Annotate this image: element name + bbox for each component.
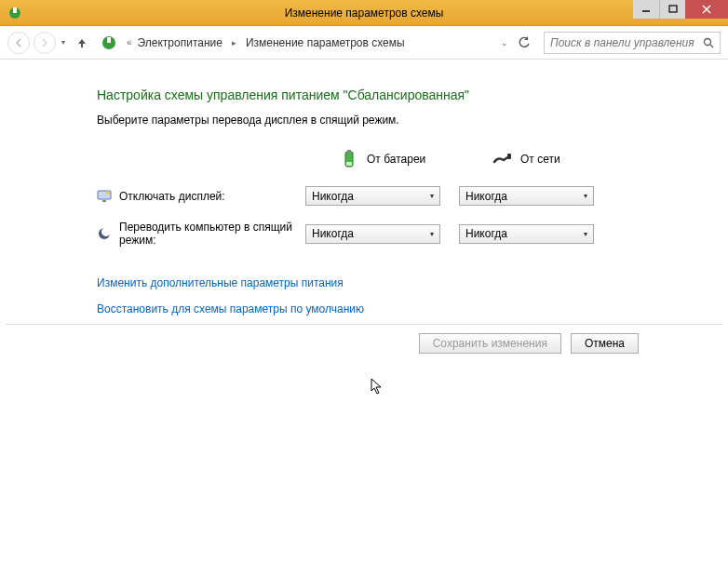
display-off-battery-select[interactable]: Никогда ▾ (305, 186, 440, 206)
column-headers: От батареи От сети (97, 149, 728, 169)
svg-rect-15 (102, 200, 106, 202)
page-subheading: Выберите параметры перевода дисплея в сп… (97, 114, 728, 127)
svg-rect-13 (507, 154, 511, 159)
svg-rect-11 (347, 150, 351, 153)
sleep-ac-select[interactable]: Никогда ▾ (459, 224, 594, 244)
history-dropdown-icon[interactable]: ▾ (60, 38, 67, 47)
sleep-label: Переводить компьютер в спящий режим: (119, 221, 305, 247)
moon-icon (97, 226, 112, 241)
breadcrumb-prefix: « (127, 37, 132, 47)
search-input[interactable] (550, 36, 703, 49)
battery-column-header: От батареи (339, 149, 492, 169)
svg-point-8 (705, 38, 711, 45)
footer-separator (6, 324, 722, 325)
plug-icon (492, 149, 513, 169)
sleep-ac-value: Никогда (465, 227, 507, 240)
display-off-row: Отключать дисплей: Никогда ▾ Никогда ▾ (97, 186, 728, 206)
monitor-icon (97, 189, 112, 204)
address-dropdown-icon[interactable]: ⌄ (501, 38, 508, 47)
cursor-icon (371, 378, 384, 395)
chevron-down-icon: ▾ (430, 230, 434, 238)
content-area: Настройка схемы управления питанием "Сба… (0, 60, 728, 315)
window-controls (633, 0, 728, 19)
save-button[interactable]: Сохранить изменения (419, 333, 561, 354)
display-off-label: Отключать дисплей: (119, 190, 305, 203)
footer-buttons: Сохранить изменения Отмена (419, 333, 639, 354)
forward-button[interactable] (34, 32, 56, 54)
back-button[interactable] (7, 32, 30, 54)
close-button[interactable] (685, 0, 728, 19)
display-off-battery-value: Никогда (312, 190, 354, 203)
up-button[interactable] (71, 37, 93, 48)
advanced-settings-link[interactable]: Изменить дополнительные параметры питани… (97, 276, 728, 289)
svg-point-18 (101, 227, 111, 236)
sleep-row: Переводить компьютер в спящий режим: Ник… (97, 221, 728, 247)
ac-column-header: От сети (492, 149, 646, 169)
refresh-button[interactable] (518, 36, 531, 49)
minimize-button[interactable] (633, 0, 659, 19)
search-icon[interactable] (703, 37, 714, 48)
display-off-ac-select[interactable]: Никогда ▾ (459, 186, 594, 206)
svg-rect-7 (107, 37, 111, 43)
svg-rect-3 (669, 6, 677, 12)
window-title: Изменение параметров схемы (285, 7, 444, 20)
breadcrumb-edit-plan[interactable]: Изменение параметров схемы (246, 36, 405, 49)
battery-column-label: От батареи (367, 153, 425, 166)
svg-rect-12 (346, 162, 352, 166)
power-options-icon (101, 34, 117, 51)
search-box[interactable] (544, 32, 721, 54)
ac-column-label: От сети (520, 153, 560, 166)
chevron-down-icon: ▾ (584, 192, 587, 200)
restore-defaults-link[interactable]: Восстановить для схемы параметры по умол… (97, 302, 728, 315)
sleep-battery-value: Никогда (312, 227, 354, 240)
svg-point-16 (106, 191, 110, 195)
page-heading: Настройка схемы управления питанием "Сба… (97, 87, 728, 102)
chevron-right-icon[interactable]: ▸ (232, 38, 236, 47)
nav-bar: ▾ « Электропитание ▸ Изменение параметро… (0, 26, 728, 60)
svg-line-9 (710, 45, 713, 47)
chevron-down-icon: ▾ (584, 230, 587, 238)
control-panel-icon (7, 6, 22, 20)
battery-icon (339, 149, 359, 169)
display-off-ac-value: Никогда (465, 190, 507, 203)
links-section: Изменить дополнительные параметры питани… (97, 276, 728, 315)
cancel-button[interactable]: Отмена (571, 333, 639, 354)
breadcrumb-power[interactable]: Электропитание (138, 36, 222, 49)
sleep-battery-select[interactable]: Никогда ▾ (305, 224, 440, 244)
chevron-down-icon: ▾ (430, 192, 434, 200)
titlebar: Изменение параметров схемы (0, 0, 728, 26)
svg-rect-1 (13, 7, 17, 13)
maximize-button[interactable] (659, 0, 685, 19)
